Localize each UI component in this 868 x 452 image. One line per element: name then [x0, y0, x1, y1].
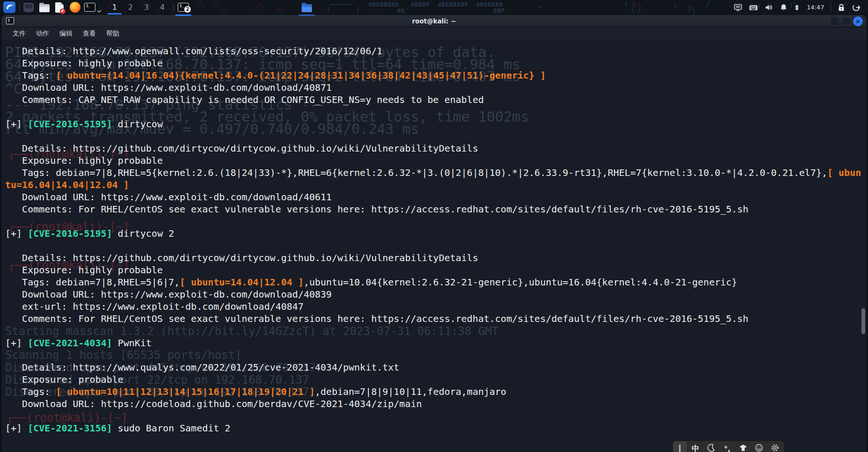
terminal-line: Tags: [ ubuntu=(14.04|16.04){kernel:4.4.…: [5, 69, 867, 81]
terminal-line: ext-url: https://www.exploit-db.com/down…: [5, 300, 867, 313]
terminal-line: Exposure: highly probable: [5, 154, 867, 167]
terminal-line: Exposure: probable: [5, 373, 867, 386]
notification-bell-icon[interactable]: [780, 3, 788, 11]
launcher-files-window[interactable]: [22, 1, 35, 13]
chevron-down-icon[interactable]: [97, 6, 101, 15]
ime-fullwidth-button[interactable]: [703, 441, 719, 452]
ime-chinese-mode-button[interactable]: 中: [687, 441, 703, 452]
menu-item-2[interactable]: 编辑: [56, 29, 76, 38]
volume-icon[interactable]: [765, 4, 773, 11]
input-method-bar: 丨 中 °,: [673, 441, 784, 452]
terminal-line: [5, 240, 867, 252]
launcher-text-editor[interactable]: [53, 1, 65, 13]
wallpaper-glyph: (: [673, 2, 677, 9]
terminal-line: Details: https://github.com/dirtycow/dir…: [5, 142, 867, 154]
wallpaper-glyph: ( ╱: [630, 7, 641, 14]
terminal-window: root@kali: ~ × 文件动作编辑查看帮助 PING 192.168.7…: [1, 15, 867, 452]
menu-item-0[interactable]: 文件: [9, 29, 29, 38]
wallpaper-glyph: ) (: [624, 1, 635, 8]
ime-settings-button[interactable]: [767, 441, 783, 452]
terminal-line: Exposure: highly probable: [5, 264, 867, 276]
system-tray: 14:47: [731, 0, 864, 15]
menu-item-4[interactable]: 帮助: [102, 29, 123, 38]
terminal-line: [5, 410, 867, 422]
ime-punctuation-button[interactable]: °,: [719, 441, 735, 452]
ime-cursor-cell[interactable]: 丨: [673, 441, 687, 452]
half-moon-icon: [707, 444, 716, 452]
workspace-4[interactable]: 4: [154, 0, 170, 15]
minimize-button[interactable]: [830, 16, 839, 26]
terminal-line: Comments: CAP_NET_RAW capability is need…: [5, 94, 867, 106]
folder-icon: [39, 4, 50, 12]
wallpaper-glyph: ╱: [706, 1, 710, 8]
terminal-line: [5, 325, 867, 337]
terminal-content-area[interactable]: PING 192.168.70.137 (192.168.70.137) 56(…: [1, 39, 867, 452]
wallpaper-glyph: ╲╱: [220, 7, 227, 14]
workspace-3[interactable]: 3: [138, 0, 154, 15]
lock-screen-icon[interactable]: [837, 3, 846, 12]
pencil-badge-icon: [60, 8, 65, 14]
panel-separator: [831, 3, 831, 12]
wallpaper-glyph: dBBBBBBb dBBBP dBBBBBBP dBBBBBb: [369, 1, 503, 8]
scrollbar-thumb[interactable]: [861, 308, 865, 334]
punctuation-icon: °,: [724, 445, 731, 452]
terminal-line: [5, 130, 867, 142]
text-cursor-icon: 丨: [676, 444, 684, 452]
workspace-1[interactable]: 1: [107, 0, 123, 15]
workspace-2[interactable]: 2: [123, 0, 138, 15]
menu-item-1[interactable]: 动作: [32, 29, 53, 38]
terminal-count-badge: 2: [184, 6, 191, 13]
wallpaper-glyph: ──────: [330, 1, 352, 8]
terminal-line: [+] [CVE-2021-4034] PwnKit: [5, 337, 867, 349]
terminal-line: Download URL: https://www.exploit-db.com…: [5, 191, 867, 203]
kali-dragon-icon: [5, 2, 14, 13]
kali-menu-button[interactable]: [3, 1, 15, 13]
wallpaper-glyph: ╱╲ ╱╲: [197, 1, 219, 8]
ime-emoji-button[interactable]: [751, 441, 767, 452]
terminal-line: Download URL: https://www.exploit-db.com…: [5, 81, 867, 94]
terminal-line: Comments: For RHEL/CentOS see exact vuln…: [5, 313, 867, 325]
settings-gear-icon: [771, 444, 779, 452]
wallpaper-glyph: •: [538, 4, 542, 10]
ime-skin-button[interactable]: [735, 441, 751, 452]
wallpaper-glyph: │: [356, 6, 360, 13]
terminal-line: Comments: For RHEL/CentOS see exact vuln…: [5, 203, 867, 215]
keyboard-icon[interactable]: [749, 4, 758, 11]
blue-folder-icon: [302, 4, 312, 12]
launcher-terminal[interactable]: $_: [84, 1, 96, 13]
terminal-line: [+] [CVE-2016-5195] dirtycow: [5, 118, 867, 130]
wallpaper-glyph: ' dB' BBP: [374, 7, 505, 14]
terminal-icon: $_: [84, 3, 95, 12]
task-file-manager-button[interactable]: [298, 1, 315, 15]
titlebar[interactable]: root@kali: ~ ×: [1, 15, 867, 27]
terminal-line: [+] [CVE-2021-3156] sudo Baron Samedit 2: [5, 422, 867, 434]
smiley-face-icon: [755, 444, 763, 452]
window-title: root@kali: ~: [1, 15, 867, 27]
terminal-line: Download URL: https://www.exploit-db.com…: [5, 288, 867, 300]
clock[interactable]: 14:47: [807, 4, 824, 11]
terminal-line: Tags: [ ubuntu=10|11|12|13|14|15|16|17|1…: [5, 386, 867, 398]
close-icon: ×: [855, 18, 861, 25]
launcher-file-manager[interactable]: [38, 1, 51, 13]
maximize-button[interactable]: [841, 16, 851, 26]
close-button[interactable]: ×: [853, 16, 863, 26]
terminal-line: [5, 349, 867, 361]
wallpaper-glyph: ╱╲: [255, 2, 263, 9]
display-network-icon[interactable]: [734, 3, 742, 11]
panel-separator: [173, 3, 174, 12]
terminal-icon: $_ 2: [178, 3, 189, 12]
terminal-text: Details: http://www.openwall.com/lists/o…: [5, 45, 867, 434]
window-app-icon: [23, 3, 34, 12]
shirt-icon: [739, 444, 747, 452]
logout-power-icon[interactable]: [852, 3, 861, 12]
chinese-mode-icon: 中: [692, 444, 699, 452]
launcher-firefox[interactable]: [69, 1, 81, 13]
task-terminal-button[interactable]: $_ 2: [175, 1, 192, 15]
battery-icon[interactable]: [794, 3, 800, 12]
terminal-line: Download URL: https://codeload.github.co…: [5, 398, 867, 410]
terminal-line: tu=16.04|14.04|12.04 ]: [5, 179, 867, 191]
document-icon: [55, 2, 64, 13]
terminal-line: Details: https://www.qualys.com/2022/01/…: [5, 361, 867, 373]
wallpaper-glyph: ═╱: [276, 6, 283, 13]
menu-item-3[interactable]: 查看: [79, 29, 100, 38]
